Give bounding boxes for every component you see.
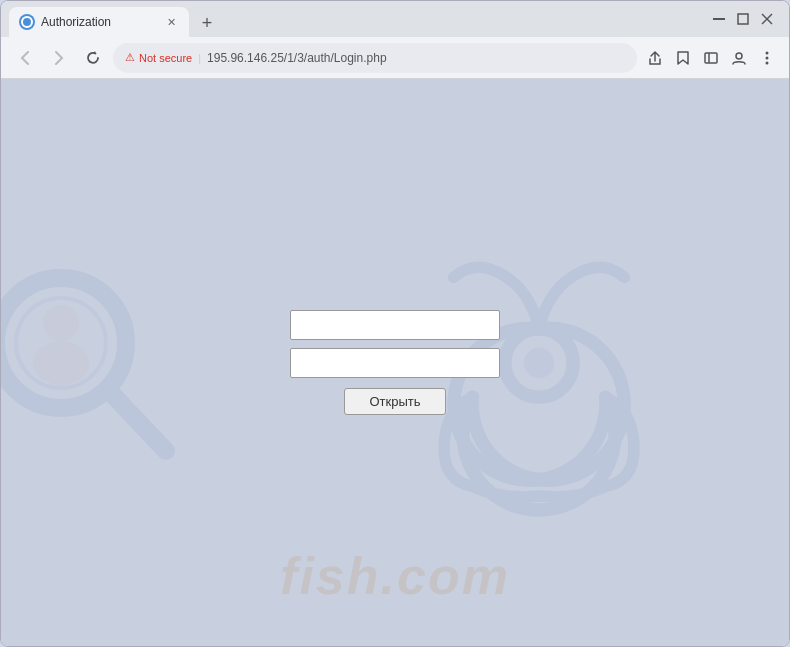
- share-icon[interactable]: [643, 46, 667, 70]
- svg-rect-0: [713, 18, 725, 20]
- active-tab[interactable]: Authorization ✕: [9, 7, 189, 37]
- reload-button[interactable]: [79, 44, 107, 72]
- tab-strip: Authorization ✕ +: [9, 1, 711, 37]
- url-display: 195.96.146.25/1/3/auth/Login.php: [207, 51, 625, 65]
- magnifier-watermark: [1, 263, 181, 463]
- svg-point-13: [33, 341, 89, 385]
- svg-point-8: [766, 56, 769, 59]
- forward-button[interactable]: [45, 44, 73, 72]
- svg-point-6: [736, 53, 742, 59]
- address-bar: Not secure | 195.96.146.25/1/3/auth/Logi…: [1, 37, 789, 79]
- svg-point-16: [524, 347, 554, 377]
- tab-favicon-icon: [19, 14, 35, 30]
- window-controls: [711, 11, 781, 27]
- svg-point-9: [766, 61, 769, 64]
- tab-title: Authorization: [41, 15, 157, 29]
- close-window-button[interactable]: [759, 11, 775, 27]
- tab-close-button[interactable]: ✕: [163, 14, 179, 30]
- maximize-button[interactable]: [735, 11, 751, 27]
- text-watermark: fish.com: [280, 546, 510, 606]
- username-input[interactable]: [290, 310, 500, 340]
- minimize-button[interactable]: [711, 11, 727, 27]
- bookmark-icon[interactable]: [671, 46, 695, 70]
- address-actions: [643, 46, 779, 70]
- svg-rect-4: [705, 53, 717, 63]
- menu-icon[interactable]: [755, 46, 779, 70]
- divider: |: [198, 52, 201, 64]
- login-form: Открыть: [290, 310, 500, 415]
- profile-icon[interactable]: [727, 46, 751, 70]
- new-tab-button[interactable]: +: [193, 9, 221, 37]
- security-warning: Not secure: [125, 51, 192, 64]
- page-content: fish.com Открыть: [1, 79, 789, 646]
- title-bar: Authorization ✕ +: [1, 1, 789, 37]
- submit-button[interactable]: Открыть: [344, 388, 445, 415]
- svg-point-7: [766, 51, 769, 54]
- svg-rect-1: [738, 14, 748, 24]
- browser-window: Authorization ✕ +: [0, 0, 790, 647]
- address-input[interactable]: Not secure | 195.96.146.25/1/3/auth/Logi…: [113, 43, 637, 73]
- back-button[interactable]: [11, 44, 39, 72]
- security-label: Not secure: [139, 52, 192, 64]
- svg-line-14: [113, 395, 166, 451]
- svg-point-12: [43, 305, 79, 341]
- password-input[interactable]: [290, 348, 500, 378]
- sidebar-toggle-icon[interactable]: [699, 46, 723, 70]
